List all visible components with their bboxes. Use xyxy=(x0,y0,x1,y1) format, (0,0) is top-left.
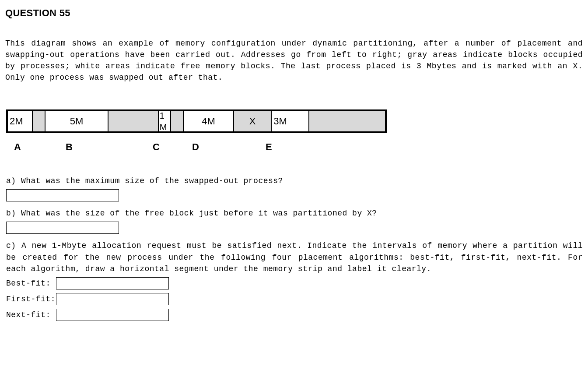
question-title: QUESTION 55 xyxy=(5,6,583,20)
memory-strip: 2M5M1M4MX3M xyxy=(6,109,387,133)
first-fit-label: First-fit: xyxy=(6,293,56,305)
answer-b-input[interactable] xyxy=(6,222,119,234)
occupied-block xyxy=(33,111,46,131)
occupied-block xyxy=(171,111,184,131)
memory-diagram: 2M5M1M4MX3M ABCDE xyxy=(6,109,583,153)
best-fit-input[interactable] xyxy=(56,277,169,289)
marker-b: B xyxy=(66,140,73,154)
free-block: 1M xyxy=(159,111,172,131)
question-a: a) What was the maximum size of the swap… xyxy=(6,175,583,187)
next-fit-input[interactable] xyxy=(56,309,169,321)
free-block: 4M xyxy=(184,111,234,131)
question-b: b) What was the size of the free block j… xyxy=(6,208,583,219)
marker-e: E xyxy=(266,140,272,154)
marker-c: C xyxy=(153,140,160,154)
marker-a: A xyxy=(14,140,21,154)
occupied-block xyxy=(309,111,385,131)
answer-a-input[interactable] xyxy=(6,189,119,201)
occupied-block xyxy=(108,111,159,131)
free-block: 2M xyxy=(8,111,33,131)
free-block: 5M xyxy=(46,111,108,131)
next-fit-label: Next-fit: xyxy=(6,309,56,321)
occupied-block: X xyxy=(234,111,272,131)
question-c: c) A new 1-Mbyte allocation request must… xyxy=(6,240,583,274)
first-fit-input[interactable] xyxy=(56,293,169,305)
question-description: This diagram shows an example of memory … xyxy=(5,38,583,83)
free-block: 3M xyxy=(272,111,309,131)
marker-d: D xyxy=(192,140,199,154)
best-fit-label: Best-fit: xyxy=(6,278,56,289)
memory-markers: ABCDE xyxy=(6,140,387,153)
